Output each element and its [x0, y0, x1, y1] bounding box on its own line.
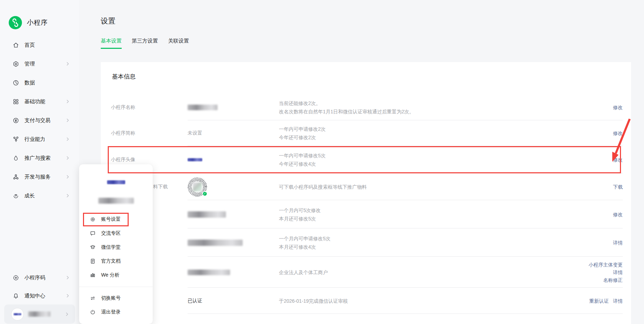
row-label: 小程序名称 — [111, 104, 182, 111]
school-icon — [90, 244, 96, 250]
row-actions: 小程序主体变更详情名称修正 — [589, 261, 623, 284]
redacted-value — [188, 105, 218, 110]
sidebar-item-label: 开发与服务 — [24, 174, 51, 180]
sidebar-item-label: 管理 — [24, 61, 35, 67]
logout-icon — [90, 309, 96, 315]
wechat-miniprogram-console: { "colors": { "accent_green": "#07c160",… — [0, 0, 644, 324]
row-actions: 修改 — [613, 129, 623, 137]
description-line: 今年还可修改2次 — [279, 133, 530, 142]
table-row: 小程序简称未设置一年内可申请修改2次今年还可修改2次修改 — [101, 120, 631, 146]
sidebar-item-支付与交易[interactable]: 支付与交易 — [0, 111, 79, 130]
sidebar-item-行业能力[interactable]: 行业能力 — [0, 130, 79, 149]
tab-基本设置[interactable]: 基本设置 — [101, 38, 122, 49]
table-row: 已认证于2026-01-19完成微信认证审核重新认证详情 — [101, 288, 631, 314]
popup-item-官方文档[interactable]: 官方文档 — [79, 254, 153, 268]
sidebar-bottom: 小程序码 通知中心 — [0, 268, 79, 324]
manage-icon — [13, 61, 19, 67]
row-value: ✓ — [188, 177, 271, 197]
tab-第三方设置[interactable]: 第三方设置 — [132, 38, 158, 49]
redacted-value — [188, 270, 230, 275]
popup-item-label: 微信学堂 — [101, 244, 121, 250]
row-value: 未设置 — [188, 130, 271, 136]
sidebar-item-label: 基础功能 — [24, 98, 45, 105]
description-line: 本月还可修改5次 — [279, 214, 530, 223]
app-logo[interactable]: 小程序 — [9, 16, 48, 29]
row-value — [188, 240, 271, 246]
action-link-小程序主体变更[interactable]: 小程序主体变更 — [589, 261, 623, 269]
action-link-详情[interactable]: 详情 — [613, 269, 623, 276]
analytics-icon — [90, 272, 96, 278]
popup-divider — [79, 287, 153, 287]
row-actions: 下载 — [613, 183, 623, 191]
redacted-value — [188, 240, 243, 246]
card-heading: 基本信息 — [112, 73, 136, 81]
minicode-icon — [13, 274, 19, 281]
document-icon — [90, 258, 96, 264]
row-value — [188, 105, 271, 110]
popup-item-切换账号[interactable]: 切换账号 — [79, 291, 153, 305]
sidebar-item-label: 成长 — [24, 193, 35, 199]
row-actions: 详情 — [613, 239, 623, 247]
sidebar-item-基础功能[interactable]: 基础功能 — [0, 92, 79, 111]
action-link-修改[interactable]: 修改 — [613, 130, 623, 136]
action-link-重新认证[interactable]: 重新认证 — [589, 297, 609, 305]
sidebar-account-row[interactable] — [4, 304, 75, 324]
sidebar-item-小程序码[interactable]: 小程序码 — [0, 268, 79, 287]
action-link-修改[interactable]: 修改 — [613, 105, 623, 110]
popup-item-We 分析[interactable]: We 分析 — [79, 268, 153, 282]
sidebar-item-成长[interactable]: 成长 — [0, 186, 79, 205]
account-avatar — [11, 308, 24, 321]
app-title: 小程序 — [27, 18, 48, 27]
sidebar-item-推广与搜索[interactable]: 推广与搜索 — [0, 149, 79, 167]
promotion-icon — [13, 155, 19, 161]
features-icon — [13, 98, 19, 105]
popup-account-name-redacted — [98, 198, 134, 204]
table-row: 料下载✓可下载小程序码及搜索框等线下推广物料下载 — [101, 173, 631, 200]
sidebar-item-label: 推广与搜索 — [24, 155, 51, 161]
sidebar-nav: 首页管理数据基础功能支付与交易行业能力推广与搜索开发与服务成长 — [0, 36, 79, 205]
action-link-详情[interactable]: 详情 — [613, 297, 623, 305]
chevron-right-icon — [65, 275, 70, 280]
description-line: 企业法人及个体工商户 — [279, 268, 530, 277]
chevron-right-icon — [65, 174, 70, 179]
gear-icon — [90, 216, 96, 223]
sidebar-item-通知中心[interactable]: 通知中心 — [0, 286, 79, 305]
code-center-redacted — [193, 182, 202, 191]
home-icon — [13, 42, 19, 48]
description-line: 改名次数将在自然年1月1日和微信认证审核通过后重置为2次。 — [279, 107, 530, 116]
sidebar-item-首页[interactable]: 首页 — [0, 36, 79, 54]
sidebar-item-开发与服务[interactable]: 开发与服务 — [0, 167, 79, 186]
popup-item-微信学堂[interactable]: 微信学堂 — [79, 240, 153, 254]
description-line: 一个月内可申请修改5次 — [279, 234, 530, 243]
row-value: 已认证 — [188, 298, 271, 304]
description-line: 一年内可申请修改5次 — [279, 151, 530, 160]
table-row: 一个月内可5次修改本月还可修改5次修改 — [101, 200, 631, 228]
sidebar-item-label: 行业能力 — [24, 136, 45, 143]
popup-item-交流专区[interactable]: 交流专区 — [79, 226, 153, 240]
data-icon — [13, 80, 19, 86]
action-link-修改[interactable]: 修改 — [613, 157, 623, 163]
sidebar-item-数据[interactable]: 数据 — [0, 73, 79, 92]
popup-item-退出登录[interactable]: 退出登录 — [79, 305, 153, 319]
popup-item-label: 交流专区 — [101, 230, 121, 236]
description-line: 一年内可申请修改2次 — [279, 125, 530, 133]
action-link-详情[interactable]: 详情 — [613, 240, 623, 246]
row-value — [188, 270, 271, 275]
popup-item-label: We 分析 — [101, 272, 120, 278]
sidebar-item-管理[interactable]: 管理 — [0, 54, 79, 73]
tab-关联设置[interactable]: 关联设置 — [168, 38, 189, 49]
bell-icon — [13, 293, 19, 299]
description-line: 一个月内可5次修改 — [279, 206, 530, 214]
row-actions: 修改 — [613, 156, 623, 164]
description-line: 今年还可修改4次 — [279, 160, 530, 168]
row-actions: 修改 — [613, 104, 623, 111]
page-title: 设置 — [101, 16, 115, 26]
action-link-名称修正[interactable]: 名称修正 — [603, 276, 623, 284]
payment-icon — [13, 117, 19, 124]
row-label: 小程序简称 — [111, 130, 182, 136]
action-link-修改[interactable]: 修改 — [613, 212, 623, 217]
sidebar-item-label: 支付与交易 — [24, 117, 51, 124]
sidebar-item-label: 小程序码 — [24, 274, 45, 281]
action-link-下载[interactable]: 下载 — [613, 184, 623, 190]
popup-item-账号设置[interactable]: 账号设置 — [79, 212, 153, 226]
